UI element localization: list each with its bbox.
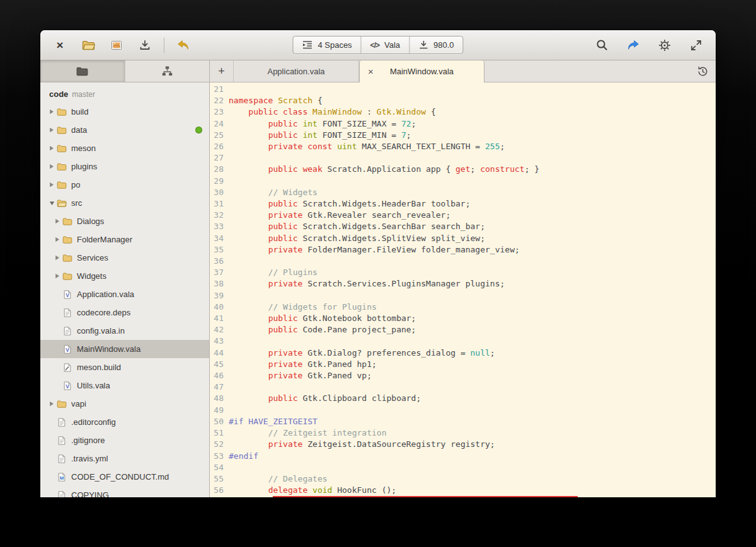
disclosure-collapsed-icon[interactable]: [47, 182, 57, 188]
disclosure-expanded-icon[interactable]: [47, 201, 57, 206]
code-line[interactable]: 52 private Zeitgeist.DataSourceRegistry …: [210, 439, 716, 450]
code-line[interactable]: 42 public Code.Pane project_pane;: [210, 324, 716, 336]
line-number[interactable]: 23: [210, 106, 229, 118]
tab-mainwindow-vala[interactable]: ×MainWindow.vala: [359, 60, 484, 82]
tree-item-plugins[interactable]: plugins: [40, 157, 209, 176]
search-button[interactable]: [592, 36, 611, 55]
line-number[interactable]: 48: [210, 393, 229, 404]
tree-item-dialogs[interactable]: Dialogs: [40, 212, 209, 230]
code-line[interactable]: 46 private Gtk.Paned vp;: [210, 370, 716, 381]
code-line[interactable]: 21: [210, 84, 716, 95]
code-line[interactable]: 23 public class MainWindow : Gtk.Window …: [210, 106, 716, 118]
line-number[interactable]: 33: [210, 221, 229, 232]
code-line[interactable]: 27: [210, 152, 716, 164]
line-number[interactable]: 34: [210, 233, 229, 244]
disclosure-collapsed-icon[interactable]: [47, 401, 57, 407]
code-line[interactable]: 49: [210, 405, 716, 416]
tree-item-editorconfig[interactable]: .editorconfig: [40, 413, 209, 431]
tree-item-data[interactable]: data: [40, 121, 209, 139]
goto-line-button[interactable]: 980.0: [409, 37, 463, 54]
line-number[interactable]: 32: [210, 210, 229, 221]
line-number[interactable]: 42: [210, 324, 229, 336]
tree-item-gitignore[interactable]: .gitignore: [40, 431, 209, 449]
line-number[interactable]: 53: [210, 451, 229, 462]
code-line[interactable]: 40 // Widgets for Plugins: [210, 302, 716, 313]
line-number[interactable]: 37: [210, 267, 229, 278]
disclosure-collapsed-icon[interactable]: [47, 164, 57, 169]
tab-close-icon[interactable]: ×: [368, 67, 374, 76]
code-line[interactable]: 51 // Zeitgeist integration: [210, 427, 716, 439]
line-number[interactable]: 28: [210, 164, 229, 175]
language-button[interactable]: </>Vala: [361, 37, 409, 54]
close-window-button[interactable]: ×: [50, 36, 69, 55]
tree-item-services[interactable]: Services: [40, 249, 209, 267]
line-number[interactable]: 38: [210, 278, 229, 290]
code-line[interactable]: 44 private Gtk.Dialog? preferences_dialo…: [210, 347, 716, 359]
code-line[interactable]: 39: [210, 290, 716, 302]
code-line[interactable]: 36: [210, 256, 716, 267]
project-header[interactable]: code master: [40, 86, 209, 103]
fullscreen-button[interactable]: [687, 36, 706, 55]
code-line[interactable]: 25 public int FONT_SIZE_MIN = 7;: [210, 130, 716, 141]
tree-item-meson-build[interactable]: meson.build: [40, 358, 209, 376]
tree-item-foldermanager[interactable]: FolderManager: [40, 230, 209, 249]
disclosure-collapsed-icon[interactable]: [47, 109, 57, 115]
code-line[interactable]: 26 private const uint MAX_SEARCH_TEXT_LE…: [210, 141, 716, 152]
tree-item-codecore-deps[interactable]: codecore.deps: [40, 303, 209, 322]
code-line[interactable]: 33 public Scratch.Widgets.SearchBar sear…: [210, 221, 716, 232]
tree-item-application-vala[interactable]: VApplication.vala: [40, 285, 209, 303]
code-line[interactable]: 35 private FolderManager.FileView folder…: [210, 244, 716, 256]
tree-item-utils-vala[interactable]: VUtils.vala: [40, 376, 209, 395]
code-line[interactable]: 48 public Gtk.Clipboard clipboard;: [210, 393, 716, 404]
code-line[interactable]: 28 public weak Scratch.Application app {…: [210, 164, 716, 175]
code-line[interactable]: 55 // Delegates: [210, 473, 716, 485]
line-number[interactable]: 49: [210, 405, 229, 416]
code-line[interactable]: 38 private Scratch.Services.PluginsManag…: [210, 278, 716, 290]
disclosure-collapsed-icon[interactable]: [52, 237, 62, 242]
line-number[interactable]: 35: [210, 244, 229, 256]
tree-item-src[interactable]: src: [40, 194, 209, 212]
tree-item-mainwindow-vala[interactable]: VMainWindow.vala: [40, 340, 209, 358]
disclosure-collapsed-icon[interactable]: [47, 145, 57, 151]
line-number[interactable]: 25: [210, 130, 229, 141]
tree-item-code-of-conduct-md[interactable]: MCODE_OF_CONDUCT.md: [40, 468, 209, 486]
code-line[interactable]: 31 public Scratch.Widgets.HeaderBar tool…: [210, 198, 716, 210]
line-number[interactable]: 29: [210, 176, 229, 187]
line-number[interactable]: 27: [210, 152, 229, 164]
line-number[interactable]: 39: [210, 290, 229, 302]
line-number[interactable]: 46: [210, 370, 229, 381]
code-line[interactable]: 37 // Plugins: [210, 267, 716, 278]
line-number[interactable]: 21: [210, 84, 229, 95]
templates-button[interactable]: [107, 36, 126, 55]
code-line[interactable]: 47: [210, 381, 716, 393]
code-line[interactable]: 45 private Gtk.Paned hp1;: [210, 359, 716, 370]
code-line[interactable]: 56 delegate void HookFunc ();: [210, 485, 716, 496]
line-number[interactable]: 44: [210, 347, 229, 359]
code-line[interactable]: 30 // Widgets: [210, 187, 716, 198]
code-line[interactable]: 50#if HAVE_ZEITGEIST: [210, 416, 716, 427]
line-number[interactable]: 51: [210, 427, 229, 439]
tree-item-travis-yml[interactable]: .travis.yml: [40, 449, 209, 468]
line-number[interactable]: 45: [210, 359, 229, 370]
disclosure-collapsed-icon[interactable]: [47, 127, 57, 133]
line-number[interactable]: 50: [210, 416, 229, 427]
history-button[interactable]: [689, 60, 716, 82]
line-number[interactable]: 22: [210, 95, 229, 106]
tree-item-meson[interactable]: meson: [40, 139, 209, 157]
outline-view-button[interactable]: [125, 60, 210, 82]
code-line[interactable]: 24 public int FONT_SIZE_MAX = 72;: [210, 118, 716, 130]
code-line[interactable]: 53#endif: [210, 451, 716, 462]
line-number[interactable]: 31: [210, 198, 229, 210]
new-tab-button[interactable]: +: [210, 60, 234, 82]
tree-item-config-vala-in[interactable]: config.vala.in: [40, 322, 209, 340]
code-line[interactable]: 43: [210, 336, 716, 347]
save-button[interactable]: [135, 36, 154, 55]
line-number[interactable]: 36: [210, 256, 229, 267]
tree-item-vapi[interactable]: vapi: [40, 395, 209, 413]
line-number[interactable]: 55: [210, 473, 229, 485]
settings-button[interactable]: [655, 36, 674, 55]
code-line[interactable]: 41 public Gtk.Notebook bottombar;: [210, 313, 716, 324]
code-line[interactable]: 34 public Scratch.Widgets.SplitView spli…: [210, 233, 716, 244]
line-number[interactable]: 40: [210, 302, 229, 313]
code-line[interactable]: 22namespace Scratch {: [210, 95, 716, 106]
